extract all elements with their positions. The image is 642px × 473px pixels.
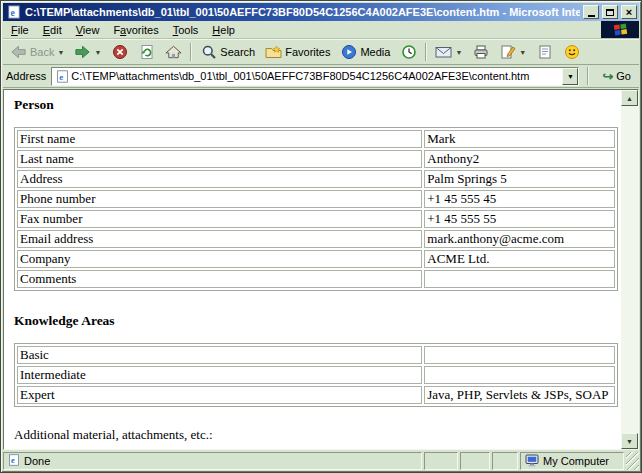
ie-logo-icon: e xyxy=(85,446,115,449)
status-pane: e Done xyxy=(3,452,422,470)
go-arrow-icon: ↪ xyxy=(602,71,613,82)
field-label: Address xyxy=(17,170,422,188)
ie-page-icon: e xyxy=(54,68,71,84)
menu-tools[interactable]: Tools xyxy=(166,22,206,38)
attachments-heading: Additional material, attachments, etc.: xyxy=(14,427,618,443)
toolbar-separator xyxy=(425,43,427,61)
field-label: Last name xyxy=(17,150,422,168)
field-value: Anthony2 xyxy=(424,150,615,168)
ie-logo-icon: e xyxy=(244,446,274,449)
discuss-icon xyxy=(536,44,553,60)
go-button[interactable]: ↪ Go xyxy=(597,68,636,84)
table-row: ExpertJava, PHP, Servlets & JSPs, SOAP xyxy=(17,386,615,404)
menu-edit[interactable]: Edit xyxy=(36,22,69,38)
media-label: Media xyxy=(360,46,390,58)
table-row: Intermediate xyxy=(17,366,615,384)
windows-logo-throbber xyxy=(601,21,639,38)
title-bar[interactable]: e C:\TEMP\attachments\db_01\tbl_001\50AE… xyxy=(3,3,639,21)
field-value xyxy=(424,346,615,364)
edit-icon xyxy=(499,44,516,60)
back-arrow-icon xyxy=(10,44,27,60)
messenger-smiley-icon xyxy=(563,44,580,60)
forward-arrow-icon xyxy=(74,44,91,60)
document-page: Person First nameMark Last nameAnthony2 … xyxy=(4,90,621,449)
mail-dropdown-icon: ▼ xyxy=(455,49,462,56)
field-label: Basic xyxy=(17,346,422,364)
svg-text:e: e xyxy=(11,456,15,465)
table-row: CompanyACME Ltd. xyxy=(17,250,615,268)
menu-view[interactable]: View xyxy=(69,22,107,38)
go-label: Go xyxy=(616,70,631,82)
table-row: AddressPalm Springs 5 xyxy=(17,170,615,188)
attachment-item[interactable]: e actn003.gif xyxy=(126,446,179,449)
favorites-button[interactable]: Favorites xyxy=(260,41,335,63)
menu-file[interactable]: File xyxy=(4,22,36,38)
menu-favorites[interactable]: Favorites xyxy=(106,22,165,38)
field-value xyxy=(424,366,615,384)
back-button[interactable]: Back ▼ xyxy=(5,41,69,63)
svg-text:e: e xyxy=(142,447,154,449)
address-bar: Address e C:\TEMP\attachments\db_01\tbl_… xyxy=(3,65,639,88)
media-icon xyxy=(340,44,357,60)
media-button[interactable]: Media xyxy=(335,41,395,63)
refresh-button[interactable] xyxy=(133,41,160,63)
maximize-button[interactable] xyxy=(602,5,618,19)
field-value: +1 45 555 55 xyxy=(424,210,615,228)
search-button[interactable]: Search xyxy=(195,41,260,63)
attachment-item[interactable]: e actn002.gif xyxy=(73,446,126,449)
stop-button[interactable] xyxy=(106,41,133,63)
ie-page-icon: e xyxy=(8,454,20,468)
mail-button[interactable]: ▼ xyxy=(430,41,467,63)
vertical-scrollbar[interactable]: ▲ ▼ xyxy=(621,90,638,449)
back-dropdown-icon: ▼ xyxy=(57,49,64,56)
address-label: Address xyxy=(6,70,46,82)
attachment-item[interactable]: e actn005.gif xyxy=(20,446,73,449)
zone-text: My Computer xyxy=(543,455,609,467)
print-button[interactable] xyxy=(467,41,494,63)
address-value[interactable]: C:\TEMP\attachments\db_01\tbl_001\50AEFF… xyxy=(71,70,562,82)
browser-window: e C:\TEMP\attachments\db_01\tbl_001\50AE… xyxy=(0,0,642,473)
close-icon: × xyxy=(626,7,632,17)
messenger-button[interactable] xyxy=(558,41,585,63)
forward-button[interactable]: ▼ xyxy=(69,41,106,63)
table-row: Basic xyxy=(17,346,615,364)
menu-help[interactable]: Help xyxy=(205,22,242,38)
mail-icon xyxy=(435,44,452,60)
my-computer-icon xyxy=(525,454,539,469)
edit-button[interactable]: ▼ xyxy=(494,41,531,63)
ie-logo-icon: e xyxy=(138,446,168,449)
address-dropdown-button[interactable]: ▼ xyxy=(562,68,578,85)
attachments-row: e actn005.gif e actn002.gif e actn003.gi… xyxy=(20,446,618,449)
history-button[interactable] xyxy=(395,41,422,63)
address-input[interactable]: e C:\TEMP\attachments\db_01\tbl_001\50AE… xyxy=(51,67,579,86)
field-value: mark.anthony@acme.com xyxy=(424,230,615,248)
discuss-button[interactable] xyxy=(531,41,558,63)
triangle-down-icon: ▼ xyxy=(626,438,633,445)
scroll-down-button[interactable]: ▼ xyxy=(621,433,638,449)
attachment-item[interactable]: e actn004.gif xyxy=(179,446,232,449)
field-label: Phone number xyxy=(17,190,422,208)
toolbar: Back ▼ ▼ Search Favorites Media xyxy=(3,39,639,65)
history-icon xyxy=(400,44,417,60)
window-title: C:\TEMP\attachments\db_01\tbl_001\50AEFF… xyxy=(25,6,580,18)
field-label: First name xyxy=(17,130,422,148)
print-icon xyxy=(472,44,489,60)
svg-text:e: e xyxy=(10,7,15,18)
close-button[interactable]: × xyxy=(621,5,637,19)
search-label: Search xyxy=(220,46,255,58)
field-label: Intermediate xyxy=(17,366,422,384)
table-row: Email addressmark.anthony@acme.com xyxy=(17,230,615,248)
resize-grip[interactable] xyxy=(626,452,639,470)
scroll-up-button[interactable]: ▲ xyxy=(621,90,638,106)
knowledge-areas-table: Basic Intermediate ExpertJava, PHP, Serv… xyxy=(14,343,618,407)
maximize-icon xyxy=(606,9,614,16)
status-pane-empty xyxy=(460,452,490,470)
attachment-item[interactable]: e actn001.gif xyxy=(232,446,285,449)
minimize-button[interactable] xyxy=(583,5,599,19)
favorites-label: Favorites xyxy=(285,46,330,58)
knowledge-areas-heading: Knowledge Areas xyxy=(14,313,618,329)
home-button[interactable] xyxy=(160,41,187,63)
security-zone-pane: My Computer xyxy=(520,452,624,470)
svg-text:e: e xyxy=(195,447,207,449)
ie-logo-icon: e xyxy=(32,446,62,449)
